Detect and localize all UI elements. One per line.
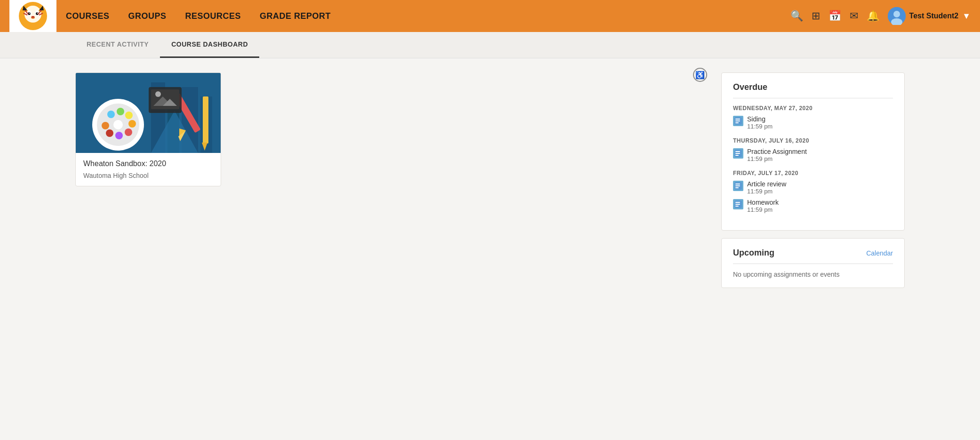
assignment-practice: Practice Assignment 11:59 pm <box>733 148 893 162</box>
user-menu[interactable]: Test Student2 ▼ <box>888 7 971 25</box>
assignment-icon <box>733 116 743 126</box>
avatar-image <box>888 7 906 25</box>
main-content: ♿ <box>0 58 980 310</box>
date-group-jul17: FRIDAY, JULY 17, 2020 Article review 11:… <box>733 170 893 213</box>
course-info: Wheaton Sandbox: 2020 Wautoma High Schoo… <box>76 153 221 186</box>
svg-rect-59 <box>735 187 739 188</box>
header-right: 🔍 ⊞ 📅 ✉ 🔔 Test Student2 ▼ <box>790 7 971 25</box>
svg-rect-49 <box>735 119 740 120</box>
assignment-time-article: 11:59 pm <box>747 188 786 195</box>
svg-point-38 <box>125 128 132 136</box>
svg-rect-63 <box>735 206 739 207</box>
search-icon[interactable]: 🔍 <box>790 10 803 22</box>
svg-rect-51 <box>735 122 739 123</box>
courses-area: ♿ <box>75 72 707 296</box>
course-card[interactable]: Wheaton Sandbox: 2020 Wautoma High Schoo… <box>75 72 221 186</box>
svg-point-37 <box>128 120 136 128</box>
svg-rect-53 <box>735 151 740 152</box>
assignment-icon-2 <box>733 148 743 159</box>
assignment-icon-4 <box>733 199 743 209</box>
overdue-title: Overdue <box>733 82 893 98</box>
username: Test Student2 <box>909 12 959 20</box>
upcoming-title: Upcoming <box>733 248 774 258</box>
svg-rect-54 <box>735 153 740 154</box>
tabs-bar: RECENT ACTIVITY COURSE DASHBOARD <box>0 32 980 58</box>
assignment-homework: Homework 11:59 pm <box>733 199 893 213</box>
svg-point-39 <box>115 132 123 139</box>
svg-point-13 <box>32 16 34 18</box>
svg-point-47 <box>155 91 161 97</box>
nav-grade-report[interactable]: GRADE REPORT <box>260 11 331 21</box>
tab-recent-activity[interactable]: RECENT ACTIVITY <box>75 32 160 58</box>
upcoming-box: Upcoming Calendar No upcoming assignment… <box>721 238 905 288</box>
svg-point-10 <box>29 13 30 14</box>
tiger-icon <box>18 1 48 32</box>
date-label-jul17: FRIDAY, JULY 17, 2020 <box>733 170 893 176</box>
nav-groups[interactable]: GROUPS <box>128 11 167 21</box>
bell-icon[interactable]: 🔔 <box>867 10 879 22</box>
course-thumbnail-image <box>76 73 221 153</box>
assignment-details-article: Article review 11:59 pm <box>747 180 786 195</box>
assignment-details-practice: Practice Assignment 11:59 pm <box>747 148 807 162</box>
svg-point-41 <box>102 122 109 129</box>
svg-point-42 <box>113 120 123 129</box>
grid-icon[interactable]: ⊞ <box>812 10 820 22</box>
user-dropdown-arrow[interactable]: ▼ <box>962 11 971 21</box>
date-label-may27: WEDNESDAY, MAY 27, 2020 <box>733 105 893 112</box>
assignment-time-homework: 11:59 pm <box>747 206 779 213</box>
course-title: Wheaton Sandbox: 2020 <box>83 160 213 168</box>
svg-rect-62 <box>735 204 740 205</box>
svg-point-34 <box>107 111 115 118</box>
assignment-details-homework: Homework 11:59 pm <box>747 199 779 213</box>
assignment-name-siding: Siding <box>747 115 773 123</box>
nav-resources[interactable]: RESOURCES <box>185 11 241 21</box>
assignment-details-siding: Siding 11:59 pm <box>747 115 773 130</box>
course-thumbnail <box>76 73 221 153</box>
assignment-name-article: Article review <box>747 180 786 188</box>
calendar-link[interactable]: Calendar <box>866 249 893 257</box>
assignment-time-siding: 11:59 pm <box>747 123 773 130</box>
overdue-box: Overdue WEDNESDAY, MAY 27, 2020 Siding 1… <box>721 72 905 231</box>
svg-point-19 <box>893 11 900 17</box>
course-school: Wautoma High School <box>83 172 213 179</box>
svg-point-36 <box>125 112 133 119</box>
svg-rect-30 <box>203 96 208 144</box>
assignment-icon-3 <box>733 181 743 191</box>
date-group-jul16: THURSDAY, JULY 16, 2020 Practice Assignm… <box>733 137 893 162</box>
assignment-time-practice: 11:59 pm <box>747 155 807 162</box>
svg-rect-50 <box>735 120 740 121</box>
no-upcoming-text: No upcoming assignments or events <box>733 271 893 278</box>
calendar-icon[interactable]: 📅 <box>829 10 841 22</box>
mail-icon[interactable]: ✉ <box>850 10 858 22</box>
assignment-siding: Siding 11:59 pm <box>733 115 893 130</box>
svg-point-40 <box>106 129 113 137</box>
avatar <box>888 7 906 25</box>
tab-course-dashboard[interactable]: COURSE DASHBOARD <box>160 32 259 58</box>
accessibility-icon[interactable]: ♿ <box>693 68 707 82</box>
date-label-jul16: THURSDAY, JULY 16, 2020 <box>733 137 893 144</box>
nav-courses[interactable]: COURSES <box>66 11 110 21</box>
main-nav: COURSES GROUPS RESOURCES GRADE REPORT <box>66 11 790 21</box>
svg-rect-58 <box>735 185 740 186</box>
svg-rect-61 <box>735 202 740 203</box>
upcoming-header: Upcoming Calendar <box>733 248 893 264</box>
logo[interactable] <box>9 0 56 32</box>
assignment-article: Article review 11:59 pm <box>733 180 893 195</box>
svg-rect-55 <box>735 155 739 156</box>
assignment-name-homework: Homework <box>747 199 779 206</box>
assignment-name-practice: Practice Assignment <box>747 148 807 155</box>
date-group-may27: WEDNESDAY, MAY 27, 2020 Siding 11:59 pm <box>733 105 893 130</box>
svg-rect-57 <box>735 184 740 184</box>
svg-point-35 <box>117 108 124 115</box>
svg-point-11 <box>37 13 38 14</box>
header: COURSES GROUPS RESOURCES GRADE REPORT 🔍 … <box>0 0 980 32</box>
sidebar: Overdue WEDNESDAY, MAY 27, 2020 Siding 1… <box>721 72 905 296</box>
